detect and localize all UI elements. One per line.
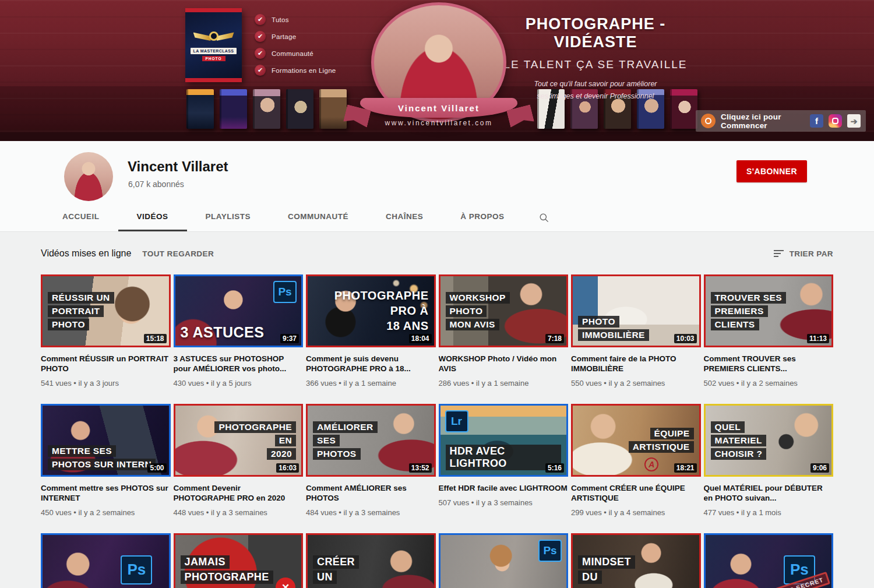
video-thumbnail[interactable]: CRÉERUN <box>306 533 436 588</box>
duration-badge: 10:03 <box>674 334 697 343</box>
tab-videos[interactable]: VIDÉOS <box>118 203 187 231</box>
video-card[interactable]: ÉQUIPEARTISTIQUE 18:21 A Comment CRÉER u… <box>571 404 701 533</box>
video-card[interactable]: PsTOP SECRET <box>704 533 834 588</box>
video-card[interactable]: AMÉLIORERSESPHOTOS 13:52 Comment AMÉLIOR… <box>306 404 436 533</box>
banner-channel-name: Vincent Villaret <box>398 103 480 113</box>
subscriber-count: 6,07 k abonnés <box>128 179 184 189</box>
sort-button[interactable]: TRIER PAR <box>774 249 833 258</box>
facebook-icon[interactable]: f <box>810 114 823 128</box>
book-covers-left <box>186 89 347 129</box>
video-thumbnail[interactable]: TROUVER SESPREMIERSCLIENTS 11:13 <box>704 274 834 347</box>
video-card[interactable]: PHOTOGRAPHEPRO À18 ANS 18:04 Comment je … <box>306 274 436 404</box>
banner-headline: PHOTOGRAPHE - VIDÉASTE <box>496 15 695 51</box>
video-title[interactable]: Comment mettre ses PHOTOS sur INTERNET <box>41 483 171 503</box>
subscribe-button[interactable]: S'ABONNER <box>736 160 807 182</box>
video-title[interactable]: Effet HDR facile avec LIGHTROOM <box>439 483 569 493</box>
cta-circle-icon[interactable] <box>701 114 716 128</box>
video-title[interactable]: Comment faire de la PHOTO IMMOBILIÈRE <box>571 354 701 374</box>
tab-communaute[interactable]: COMMUNAUTÉ <box>269 203 367 231</box>
video-title[interactable]: WORKSHOP Photo / Vidéo mon AVIS <box>439 354 569 374</box>
video-info: Comment CRÉER une ÉQUIPE ARTISTIQUE 299 … <box>571 477 701 533</box>
video-grid: RÉUSSIR UNPORTRAITPHOTO 15:18 Comment RÉ… <box>41 274 833 588</box>
thumbnail-caption-line: 2020 <box>267 448 296 460</box>
video-thumbnail[interactable]: QUELMATERIELCHOISIR ? 9:06 <box>704 404 834 477</box>
thumbnail-caption: MINDSETDU <box>573 535 699 588</box>
book-cover <box>220 89 247 129</box>
video-card[interactable]: AMÉLIORER Ps <box>439 533 569 588</box>
video-card[interactable]: PHOTOIMMOBILIÈRE 10:03 Comment faire de … <box>571 274 701 404</box>
video-meta: 286 vues • il y a 1 semaine <box>439 379 569 388</box>
video-card[interactable]: RÉUSSIR UNPORTRAITPHOTO 15:18 Comment RÉ… <box>41 274 171 404</box>
checklist-item: ✔ Communauté <box>255 48 336 59</box>
video-meta: 448 vues • il y a 3 semaines <box>174 508 304 517</box>
checkmark-icon: ✔ <box>255 48 266 59</box>
video-thumbnail[interactable]: PHOTOIMMOBILIÈRE 10:03 <box>571 274 701 347</box>
video-thumbnail[interactable]: RÉUSSIR UNPORTRAITPHOTO 15:18 <box>41 274 171 347</box>
book-cover <box>286 89 313 129</box>
thumbnail-caption-line: UN <box>313 571 337 584</box>
video-meta: 450 vues • il y a 2 semaines <box>41 508 171 517</box>
thumbnail-caption-line: HDR AVEC LIGHTROO <box>446 445 562 470</box>
video-thumbnail[interactable]: PHOTOGRAPHEEN2020 16:03 <box>174 404 304 477</box>
video-title[interactable]: Comment RÉUSSIR un PORTRAIT PHOTO <box>41 354 171 374</box>
thumbnail-caption-line: WORKSHOP <box>446 292 510 304</box>
tab-a-propos[interactable]: À PROPOS <box>442 203 523 231</box>
tab-accueil[interactable]: ACCUEIL <box>44 203 118 231</box>
video-thumbnail[interactable]: Ps <box>41 533 171 588</box>
video-card[interactable]: WORKSHOPPHOTOMON AVIS 7:18 WORKSHOP Phot… <box>439 274 569 404</box>
video-title[interactable]: Comment TROUVER ses PREMIERS CLIENTS... <box>704 354 834 374</box>
video-thumbnail[interactable]: PsTOP SECRET <box>704 533 834 588</box>
tab-chaines[interactable]: CHAÎNES <box>367 203 442 231</box>
video-thumbnail[interactable]: METTRE SESPHOTOS SUR INTERN 5:00 <box>41 404 171 477</box>
video-card[interactable]: QUELMATERIELCHOISIR ? 9:06 Quel MATÉRIEL… <box>704 404 834 533</box>
arrow-icon[interactable]: ➔ <box>847 114 861 128</box>
thumbnail-caption-line: CLIENTS <box>711 319 759 330</box>
thumbnail-caption-line: CHOISIR ? <box>711 448 767 460</box>
checkmark-icon: ✔ <box>255 31 266 42</box>
video-card[interactable]: MINDSETDU <box>571 533 701 588</box>
video-thumbnail[interactable]: AMÉLIORER Ps <box>439 533 569 588</box>
book-cover <box>319 89 347 129</box>
video-meta: 484 vues • il y a 3 semaines <box>306 508 436 517</box>
video-card[interactable]: 3 ASTUCES 9:37 Ps 3 ASTUCES sur PHOTOSHO… <box>174 274 304 404</box>
video-card[interactable]: Ps <box>41 533 171 588</box>
banner-subheadline: LE TALENT ÇA SE TRAVAILLE <box>496 58 695 71</box>
video-card[interactable]: CRÉERUN <box>306 533 436 588</box>
instagram-icon[interactable] <box>829 114 842 128</box>
video-thumbnail[interactable]: 3 ASTUCES 9:37 Ps <box>174 274 304 347</box>
search-icon[interactable] <box>523 203 565 231</box>
video-title[interactable]: Comment CRÉER une ÉQUIPE ARTISTIQUE <box>571 483 701 503</box>
video-thumbnail[interactable]: JAMAISPHOTOGRAPHE ✕ <box>174 533 304 588</box>
cta-label[interactable]: Cliquez ici pour Commencer <box>721 112 805 130</box>
video-thumbnail[interactable]: HDR AVEC LIGHTROO 5:16 Lr <box>439 404 569 477</box>
thumbnail-caption-line: METTRE SES <box>48 445 116 457</box>
tab-playlists[interactable]: PLAYLISTS <box>187 203 270 231</box>
video-thumbnail[interactable]: WORKSHOPPHOTOMON AVIS 7:18 <box>439 274 569 347</box>
video-info: Comment RÉUSSIR un PORTRAIT PHOTO 541 vu… <box>41 347 171 404</box>
video-thumbnail[interactable]: ÉQUIPEARTISTIQUE 18:21 A <box>571 404 701 477</box>
section-title: Vidéos mises en ligne <box>41 248 131 259</box>
duration-badge: 7:18 <box>545 334 564 343</box>
video-card[interactable]: TROUVER SESPREMIERSCLIENTS 11:13 Comment… <box>704 274 834 404</box>
video-card[interactable]: METTRE SESPHOTOS SUR INTERN 5:00 Comment… <box>41 404 171 533</box>
video-title[interactable]: 3 ASTUCES sur PHOTOSHOP pour AMÉLIORER v… <box>174 354 304 374</box>
video-card[interactable]: PHOTOGRAPHEEN2020 16:03 Comment Devenir … <box>174 404 304 533</box>
video-title[interactable]: Comment AMÉLIORER ses PHOTOS <box>306 483 436 503</box>
video-thumbnail[interactable]: MINDSETDU <box>571 533 701 588</box>
banner-cta-bar[interactable]: Cliquez ici pour Commencer f ➔ <box>696 110 866 132</box>
video-title[interactable]: Comment je suis devenu PHOTOGRAPHE PRO à… <box>306 354 436 374</box>
video-title[interactable]: Comment Devenir PHOTOGRAPHE PRO en 2020 <box>174 483 304 503</box>
watch-all-link[interactable]: TOUT REGARDER <box>142 249 214 258</box>
video-thumbnail[interactable]: AMÉLIORERSESPHOTOS 13:52 <box>306 404 436 477</box>
video-title[interactable]: Quel MATÉRIEL pour DÉBUTER en PHOTO suiv… <box>704 483 834 503</box>
thumbnail-caption: CRÉERUN <box>308 535 434 588</box>
video-thumbnail[interactable]: PHOTOGRAPHEPRO À18 ANS 18:04 <box>306 274 436 347</box>
thumbnail-caption-line: PHOTOS <box>313 448 361 460</box>
video-card[interactable]: JAMAISPHOTOGRAPHE ✕ <box>174 533 304 588</box>
video-meta: 550 vues • il y a 2 semaines <box>571 379 701 388</box>
duration-badge: 15:18 <box>144 334 167 343</box>
video-card[interactable]: HDR AVEC LIGHTROO 5:16 Lr Effet HDR faci… <box>439 404 569 533</box>
banner-checklist: ✔ Tutos ✔ Partage ✔ Communauté ✔ Formati… <box>255 14 336 82</box>
checklist-label: Partage <box>272 33 296 40</box>
wings-logo-icon <box>193 29 234 44</box>
